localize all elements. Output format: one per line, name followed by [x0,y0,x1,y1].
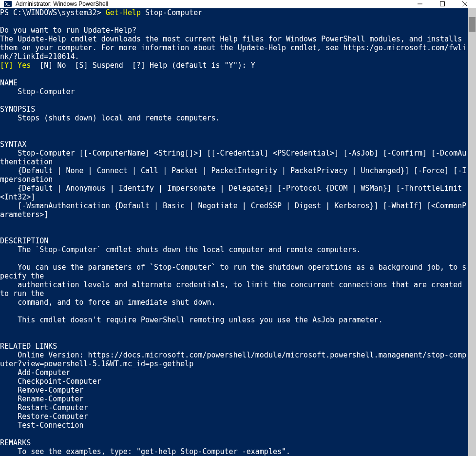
section-links-header: RELATED LINKS [0,342,57,351]
section-name-header: NAME [0,79,18,87]
section-syntax-value: Stop-Computer [[-ComputerName] <String[]… [0,149,466,219]
powershell-icon [4,0,12,8]
section-syntax-header: SYNTAX [0,140,26,149]
section-remarks-value: To see the examples, type: "get-help Sto… [0,447,299,456]
command: Get-Help [106,8,141,17]
maximize-button[interactable] [431,0,454,8]
scrollbar[interactable] [468,8,476,456]
section-description-value: The `Stop-Computer` cmdlet shuts down th… [0,245,466,324]
update-help-question: Do you want to run Update-Help? [0,26,136,35]
choice-yes: [Y] Yes [0,61,31,70]
section-links-value: Online Version: https://docs.microsoft.c… [0,351,466,430]
minimize-button[interactable] [409,0,431,8]
section-synopsis-header: SYNOPSIS [0,105,35,114]
titlebar[interactable]: Administrator: Windows PowerShell [0,0,476,8]
window-title: Administrator: Windows PowerShell [15,0,409,7]
section-remarks-header: REMARKS [0,438,31,447]
prompt: PS C:\WINDOWS\system32> [0,8,106,17]
terminal-output[interactable]: PS C:\WINDOWS\system32> Get-Help Stop-Co… [0,8,468,456]
section-name-value: Stop-Computer [0,87,75,96]
window-controls [409,0,476,8]
update-help-body: The Update-Help cmdlet downloads the mos… [0,35,466,61]
section-description-header: DESCRIPTION [0,237,48,245]
svg-rect-3 [440,2,445,6]
section-synopsis-value: Stops (shuts down) local and remote comp… [0,114,220,122]
choice-rest: [N] No [S] Suspend [?] Help (default is … [31,61,255,70]
scrollbar-thumb[interactable] [469,17,476,32]
command-arg: Stop-Computer [141,8,202,17]
close-button[interactable] [454,0,476,8]
